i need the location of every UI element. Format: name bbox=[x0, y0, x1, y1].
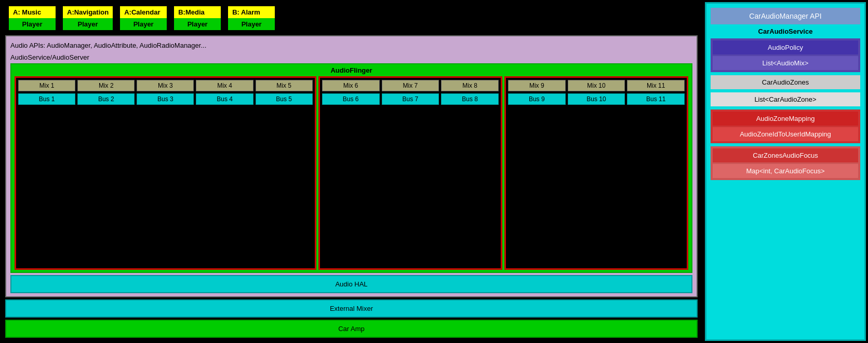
audio-policy: AudioPolicy bbox=[713, 40, 858, 54]
bus-6: Bus 6 bbox=[322, 93, 380, 105]
audio-zone-mapping-section: AudioZoneMapping AudioZoneIdToUserIdMapp… bbox=[711, 109, 860, 143]
car-amp: Car Amp bbox=[5, 320, 698, 338]
app-player-a-music: Player bbox=[9, 18, 56, 30]
car-audio-zones: CarAudioZones bbox=[711, 75, 860, 89]
audio-zone-id-mapping: AudioZoneIdToUserIdMapping bbox=[713, 127, 858, 141]
mix-8: Mix 8 bbox=[441, 80, 499, 91]
zone-b-bus-row: Bus 6 Bus 7 Bus 8 bbox=[322, 93, 499, 105]
mix-9: Mix 9 bbox=[508, 80, 566, 91]
app-player-b-media: Player bbox=[174, 18, 221, 30]
mix-2: Mix 2 bbox=[77, 80, 135, 91]
zone-c-mix-row: Mix 9 Mix 10 Mix 11 bbox=[508, 80, 685, 91]
car-zones-audio-focus: CarZonesAudioFocus bbox=[713, 148, 858, 162]
app-box-a-navigation: A:Navigation Player bbox=[62, 5, 114, 31]
app-boxes-row: A: Music Player A:Navigation Player A:Ca… bbox=[5, 5, 698, 31]
zone-a-box: Mix 1 Mix 2 Mix 3 Mix 4 Mix 5 Bus 1 Bus … bbox=[15, 76, 316, 270]
external-mixer: External Mixer bbox=[5, 299, 698, 318]
bus-5: Bus 5 bbox=[256, 93, 313, 105]
app-player-a-navigation: Player bbox=[63, 18, 113, 30]
arch-container: Audio APIs: AudioManager, AudioAttribute… bbox=[5, 35, 698, 297]
bus-9: Bus 9 bbox=[508, 93, 566, 105]
zones-row: Mix 1 Mix 2 Mix 3 Mix 4 Mix 5 Bus 1 Bus … bbox=[15, 76, 688, 270]
mix-3: Mix 3 bbox=[137, 80, 194, 91]
left-panel: A: Music Player A:Navigation Player A:Ca… bbox=[0, 0, 703, 343]
app-player-a-calendar: Player bbox=[120, 18, 167, 30]
app-player-b-alarm: Player bbox=[228, 18, 275, 30]
bus-3: Bus 3 bbox=[137, 93, 194, 105]
car-zones-audio-focus-section: CarZonesAudioFocus Map<int, CarAudioFocu… bbox=[711, 146, 860, 180]
list-audio-mix: List<AudioMix> bbox=[713, 56, 858, 70]
mix-11: Mix 11 bbox=[627, 80, 685, 91]
audio-hal: Audio HAL bbox=[10, 275, 692, 293]
bus-4: Bus 4 bbox=[196, 93, 253, 105]
mix-4: Mix 4 bbox=[196, 80, 253, 91]
app-label-b-alarm: B: Alarm bbox=[228, 6, 275, 18]
bus-2: Bus 2 bbox=[77, 93, 135, 105]
audio-flinger-label: AudioFlinger bbox=[15, 66, 688, 74]
bus-10: Bus 10 bbox=[568, 93, 625, 105]
car-audio-service-label: CarAudioService bbox=[711, 28, 860, 35]
audio-service-label: AudioService/AudioServer bbox=[10, 53, 692, 61]
app-box-b-alarm: B: Alarm Player bbox=[227, 5, 276, 31]
app-box-a-music: A: Music Player bbox=[8, 5, 57, 31]
bus-8: Bus 8 bbox=[441, 93, 499, 105]
map-car-audio-focus: Map<int, CarAudioFocus> bbox=[713, 164, 858, 178]
zone-b-box: Mix 6 Mix 7 Mix 8 Bus 6 Bus 7 Bus 8 bbox=[318, 76, 502, 270]
audio-apis-label: Audio APIs: AudioManager, AudioAttribute… bbox=[10, 39, 692, 51]
mix-5: Mix 5 bbox=[256, 80, 313, 91]
zone-c-bus-row: Bus 9 Bus 10 Bus 11 bbox=[508, 93, 685, 105]
bus-1: Bus 1 bbox=[18, 93, 75, 105]
mix-7: Mix 7 bbox=[382, 80, 439, 91]
mix-1: Mix 1 bbox=[18, 80, 75, 91]
app-label-a-music: A: Music bbox=[9, 6, 56, 18]
app-label-a-calendar: A:Calendar bbox=[120, 6, 167, 18]
car-audio-manager-api: CarAudioManager API bbox=[711, 8, 860, 24]
mix-6: Mix 6 bbox=[322, 80, 380, 91]
mix-10: Mix 10 bbox=[568, 80, 625, 91]
audio-flinger-wrapper: AudioFlinger Mix 1 Mix 2 Mix 3 Mix 4 Mix… bbox=[10, 63, 692, 273]
zone-b-mix-row: Mix 6 Mix 7 Mix 8 bbox=[322, 80, 499, 91]
bus-7: Bus 7 bbox=[382, 93, 439, 105]
list-car-audio-zone: List<CarAudioZone> bbox=[711, 92, 860, 106]
app-label-a-navigation: A:Navigation bbox=[63, 6, 113, 18]
app-box-b-media: B:Media Player bbox=[173, 5, 222, 31]
zone-a-bus-row: Bus 1 Bus 2 Bus 3 Bus 4 Bus 5 bbox=[18, 93, 313, 105]
bus-11: Bus 11 bbox=[627, 93, 685, 105]
right-panel: CarAudioManager API CarAudioService Audi… bbox=[705, 2, 866, 341]
audio-zone-mapping: AudioZoneMapping bbox=[713, 112, 858, 126]
zone-c-box: Mix 9 Mix 10 Mix 11 Bus 9 Bus 10 Bus 11 bbox=[504, 76, 688, 270]
app-box-a-calendar: A:Calendar Player bbox=[119, 5, 168, 31]
app-label-b-media: B:Media bbox=[174, 6, 221, 18]
zone-a-mix-row: Mix 1 Mix 2 Mix 3 Mix 4 Mix 5 bbox=[18, 80, 313, 91]
audio-policy-section: AudioPolicy List<AudioMix> bbox=[711, 38, 860, 72]
